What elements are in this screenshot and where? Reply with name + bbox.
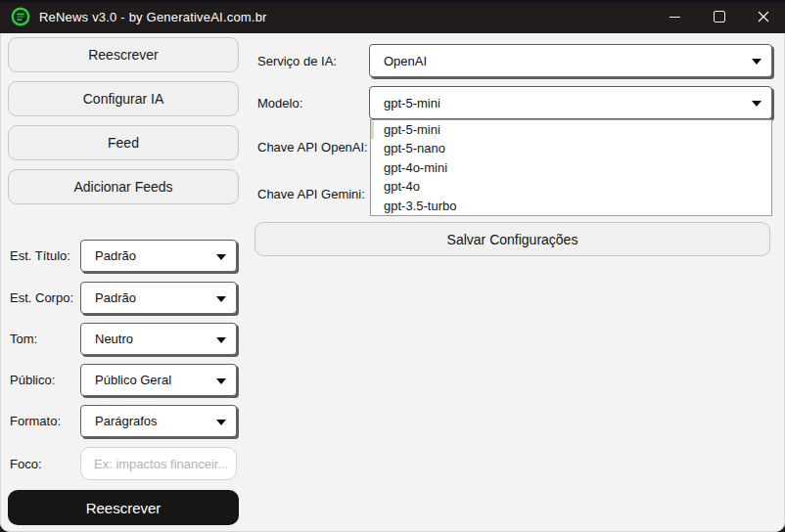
modelo-option-label: gpt-5-mini [384,122,440,137]
tom-value: Neutro [95,332,133,346]
formato-select[interactable]: Parágrafos [80,405,237,437]
nav-adicionar-feeds-button[interactable]: Adicionar Feeds [8,169,239,204]
formato-label: Formato: [10,405,61,437]
close-button[interactable] [741,0,785,33]
modelo-option-label: gpt-4o [384,179,420,194]
publico-select[interactable]: Público Geral [80,364,237,396]
foco-placeholder: Ex: impactos financeir... [94,457,228,471]
modelo-option-label: gpt-4o-mini [384,160,447,175]
est-corpo-value: Padrão [95,290,136,305]
tom-select[interactable]: Neutro [80,323,237,355]
chevron-down-icon [216,296,226,302]
chave-api-openai-label: Chave API OpenAI: [257,130,368,163]
est-titulo-value: Padrão [95,248,136,263]
est-corpo-select[interactable]: Padrão [80,282,237,314]
modelo-option-gpt-3.5-turbo[interactable]: gpt-3.5-turbo [371,197,771,215]
salvar-configuracoes-button[interactable]: Salvar Configurações [254,222,770,256]
modelo-option-gpt-4o[interactable]: gpt-4o [371,177,771,196]
modelo-option-gpt-5-nano[interactable]: gpt-5-nano [371,139,771,157]
chevron-down-icon [216,420,226,425]
modelo-option-gpt-4o-mini[interactable]: gpt-4o-mini [371,158,771,177]
maximize-button[interactable] [697,0,741,33]
nav-reescrever-button[interactable]: Reescrever [8,37,239,72]
modelo-dropdown-popup: gpt-5-mini gpt-5-nano gpt-4o-mini gpt-4o… [370,119,772,216]
chave-api-gemini-label: Chave API Gemini: [257,177,365,210]
formato-value: Parágrafos [95,414,158,428]
titlebar: ReNews v3.0 - by GenerativeAI.com.br [0,0,785,33]
window-controls [653,0,785,33]
chevron-down-icon [216,254,226,260]
close-icon [758,11,769,22]
est-corpo-label: Est. Corpo: [10,282,73,314]
foco-input[interactable]: Ex: impactos financeir... [80,447,237,480]
window-title: ReNews v3.0 - by GenerativeAI.com.br [39,10,267,24]
nav-button-label: Reescrever [88,47,159,63]
modelo-label: Modelo: [257,86,302,119]
tom-label: Tom: [10,323,37,355]
minimize-icon [670,17,680,18]
modelo-option-label: gpt-3.5-turbo [384,199,456,213]
nav-button-label: Feed [108,135,139,151]
modelo-option-label: gpt-5-nano [384,141,445,155]
selection-marker [371,121,374,139]
modelo-select[interactable]: gpt-5-mini [369,86,772,119]
nav-button-label: Configurar IA [83,91,163,107]
modelo-value: gpt-5-mini [384,96,440,111]
foco-label: Foco: [10,447,42,480]
publico-label: Público: [10,364,55,396]
est-titulo-select[interactable]: Padrão [80,240,237,272]
chevron-down-icon [216,378,226,384]
modelo-option-gpt-5-mini[interactable]: gpt-5-mini [371,120,771,139]
maximize-icon [714,11,725,22]
minimize-button[interactable] [653,0,697,33]
salvar-configuracoes-label: Salvar Configurações [447,232,578,247]
titlebar-top-strip [0,0,785,3]
nav-configurar-ia-button[interactable]: Configurar IA [8,81,239,116]
reescrever-primary-button[interactable]: Reescrever [8,490,239,525]
servico-ia-label: Serviço de IA: [257,44,337,77]
nav-feed-button[interactable]: Feed [8,125,239,160]
servico-ia-select[interactable]: OpenAI [369,44,772,77]
est-titulo-label: Est. Título: [10,240,70,272]
reescrever-primary-label: Reescrever [86,500,162,516]
servico-ia-value: OpenAI [384,54,427,68]
app-window: ReNews v3.0 - by GenerativeAI.com.br Ree… [0,0,785,532]
app-logo-icon [11,7,30,26]
chevron-down-icon [216,337,226,343]
chevron-down-icon [752,59,762,65]
publico-value: Público Geral [95,373,171,387]
nav-button-label: Adicionar Feeds [73,179,172,195]
chevron-down-icon [752,101,762,107]
